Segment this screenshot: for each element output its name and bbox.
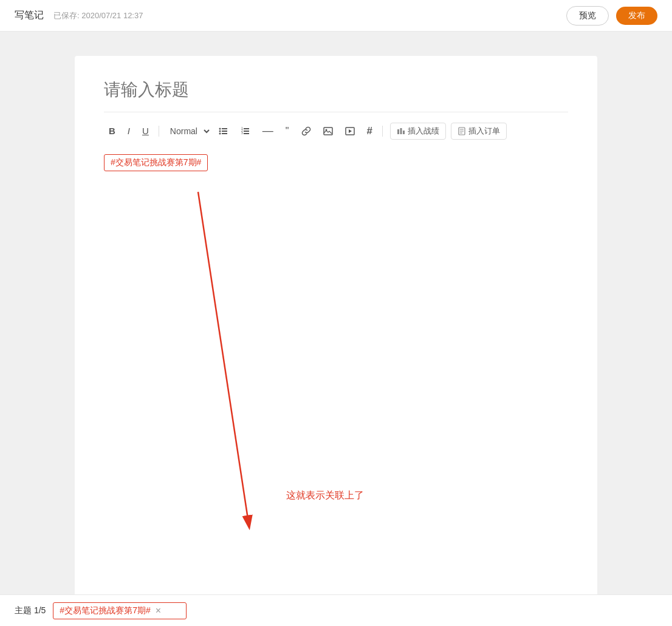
saved-status: 已保存: 2020/07/21 12:37 [53,10,143,21]
svg-rect-2 [222,133,227,134]
toolbar-separator-2 [382,126,383,137]
annotation-arrow [104,186,568,550]
link-button[interactable] [297,124,316,138]
header-left: 写笔记 已保存: 2020/07/21 12:37 [15,9,143,22]
editor-container: B I U Normal H1 H2 H3 [75,56,597,614]
ul-icon [219,126,228,136]
svg-rect-0 [222,128,227,129]
editor-body[interactable]: #交易笔记挑战赛第7期# 这就表示关联上了 [104,149,568,514]
ol-icon: 1 2 3 [241,126,250,136]
svg-rect-17 [400,128,402,134]
svg-marker-15 [349,129,352,133]
image-icon [323,126,333,136]
hashtag-button[interactable]: # [362,123,377,140]
svg-point-3 [219,128,221,129]
ordered-list-button[interactable]: 1 2 3 [236,124,255,138]
preview-button[interactable]: 预览 [566,6,609,26]
bottom-bar: 主题 1/5 #交易笔记挑战赛第7期# × [0,594,672,626]
toolbar-separator-1 [159,126,159,137]
insert-order-label: 插入订单 [468,126,500,137]
insert-order-button[interactable]: 插入订单 [451,123,507,140]
svg-line-24 [198,192,249,523]
image-button[interactable] [318,124,338,138]
underline-button[interactable]: U [137,123,154,138]
bottom-tag-close-button[interactable]: × [156,606,161,616]
bottom-tag-text: #交易笔记挑战赛第7期# [60,605,150,616]
bottom-tag-area: #交易笔记挑战赛第7期# × [53,602,187,619]
app-title: 写笔记 [15,9,44,22]
svg-point-4 [219,130,221,132]
editor-toolbar: B I U Normal H1 H2 H3 [104,122,568,149]
order-icon [458,127,466,135]
italic-button[interactable]: I [123,123,135,138]
hr-button[interactable]: — [258,122,278,140]
hashtag-content-box[interactable]: #交易笔记挑战赛第7期# [104,154,208,171]
svg-rect-7 [244,131,249,132]
main-wrapper: B I U Normal H1 H2 H3 [0,32,672,626]
svg-rect-1 [222,131,227,132]
link-icon [301,126,311,136]
svg-rect-8 [244,133,249,134]
svg-point-5 [219,132,221,134]
performance-icon [397,127,405,135]
title-input[interactable] [104,80,568,100]
svg-rect-6 [244,128,249,129]
title-divider [104,112,568,112]
svg-rect-12 [324,128,332,135]
publish-button[interactable]: 发布 [616,7,657,25]
annotation-text: 这就表示关联上了 [286,489,364,502]
quote-button[interactable]: " [281,123,294,139]
header-right: 预览 发布 [566,6,657,26]
bold-button[interactable]: B [104,123,120,138]
insert-performance-label: 插入战绩 [408,126,439,137]
video-icon [345,126,355,136]
svg-rect-18 [403,131,405,134]
app-header: 写笔记 已保存: 2020/07/21 12:37 预览 发布 [0,0,672,32]
bottom-label: 主题 1/5 [15,605,46,616]
svg-rect-16 [397,129,399,134]
insert-performance-button[interactable]: 插入战绩 [390,123,446,140]
format-select[interactable]: Normal H1 H2 H3 [164,123,211,139]
unordered-list-button[interactable] [214,124,233,138]
svg-text:3: 3 [241,131,243,135]
video-button[interactable] [340,124,360,138]
